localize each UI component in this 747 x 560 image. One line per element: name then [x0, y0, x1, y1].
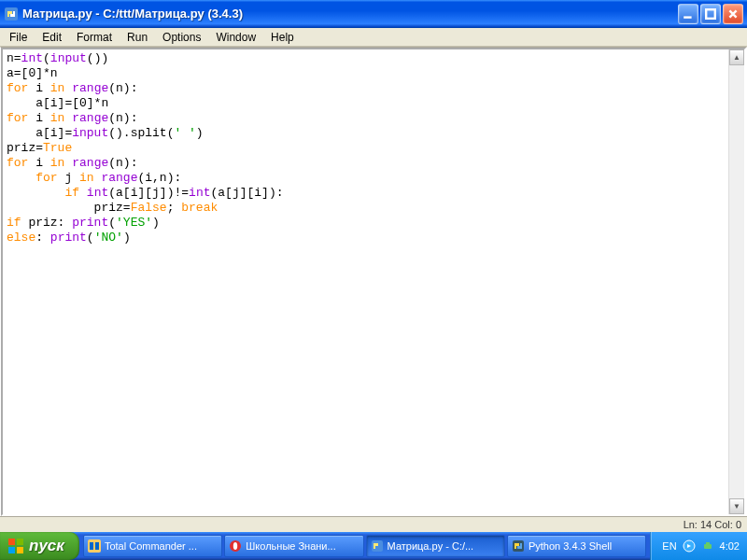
scroll-down-button[interactable]: ▼ [729, 498, 744, 514]
menu-window[interactable]: Window [208, 29, 263, 46]
svg-rect-3 [8, 539, 15, 545]
svg-rect-16 [706, 542, 710, 544]
svg-rect-1 [684, 16, 691, 18]
python-file-icon [371, 539, 384, 553]
task-label: Матрица.py - C:/... [388, 540, 474, 552]
opera-icon [229, 539, 242, 553]
menu-run[interactable]: Run [120, 29, 155, 46]
status-bar: Ln: 14 Col: 0 [0, 516, 747, 532]
taskbar-item-totalcommander[interactable]: Total Commander ... [83, 535, 222, 557]
code-editor[interactable]: n=int(input()) a=[0]*n for i in range(n)… [0, 47, 747, 516]
svg-rect-15 [704, 544, 712, 549]
code-content[interactable]: n=int(input()) a=[0]*n for i in range(n)… [3, 49, 744, 247]
minimize-button[interactable] [678, 4, 698, 24]
window-titlebar: Матрица.py - C:/ttt/Матрица.py (3.4.3) [0, 0, 747, 28]
windows-logo-icon [7, 538, 24, 554]
python-icon [512, 539, 525, 553]
menu-format[interactable]: Format [69, 29, 120, 46]
maximize-button[interactable] [700, 4, 721, 24]
system-tray[interactable]: EN 4:02 [650, 532, 747, 560]
svg-rect-6 [17, 547, 23, 553]
task-label: Школьные Знани... [246, 540, 335, 552]
task-label: Python 3.4.3 Shell [529, 540, 612, 552]
tray-clock[interactable]: 4:02 [720, 540, 740, 552]
svg-rect-8 [90, 542, 93, 550]
start-label: пуск [29, 537, 64, 555]
close-button[interactable] [723, 4, 743, 24]
menu-help[interactable]: Help [263, 29, 302, 46]
taskbar: пуск Total Commander ... Школьные Знани.… [0, 532, 747, 560]
taskbar-item-browser[interactable]: Школьные Знани... [224, 535, 363, 557]
svg-rect-9 [95, 542, 99, 550]
cursor-position: Ln: 14 Col: 0 [684, 519, 741, 530]
task-label: Total Commander ... [105, 540, 197, 552]
app-icon [88, 539, 101, 553]
svg-rect-2 [706, 9, 715, 19]
app-icon [4, 7, 19, 21]
taskbar-tasks: Total Commander ... Школьные Знани... Ма… [79, 532, 650, 560]
vertical-scrollbar[interactable]: ▲ ▼ [728, 49, 744, 514]
taskbar-item-python-shell[interactable]: Python 3.4.3 Shell [507, 535, 646, 557]
taskbar-item-idle-editor[interactable]: Матрица.py - C:/... [366, 535, 505, 557]
safely-remove-icon[interactable] [701, 539, 714, 553]
start-button[interactable]: пуск [0, 532, 79, 560]
menu-edit[interactable]: Edit [35, 29, 69, 46]
menu-options[interactable]: Options [155, 29, 208, 46]
svg-rect-4 [17, 539, 23, 545]
window-title: Матрица.py - C:/ttt/Матрица.py (3.4.3) [22, 7, 678, 21]
svg-point-11 [233, 542, 237, 550]
menu-file[interactable]: File [2, 29, 35, 46]
menu-bar: File Edit Format Run Options Window Help [0, 28, 747, 47]
svg-rect-5 [8, 547, 15, 553]
scroll-up-button[interactable]: ▲ [729, 49, 744, 65]
language-indicator[interactable]: EN [662, 540, 676, 552]
tray-hide-icon[interactable] [683, 539, 696, 553]
